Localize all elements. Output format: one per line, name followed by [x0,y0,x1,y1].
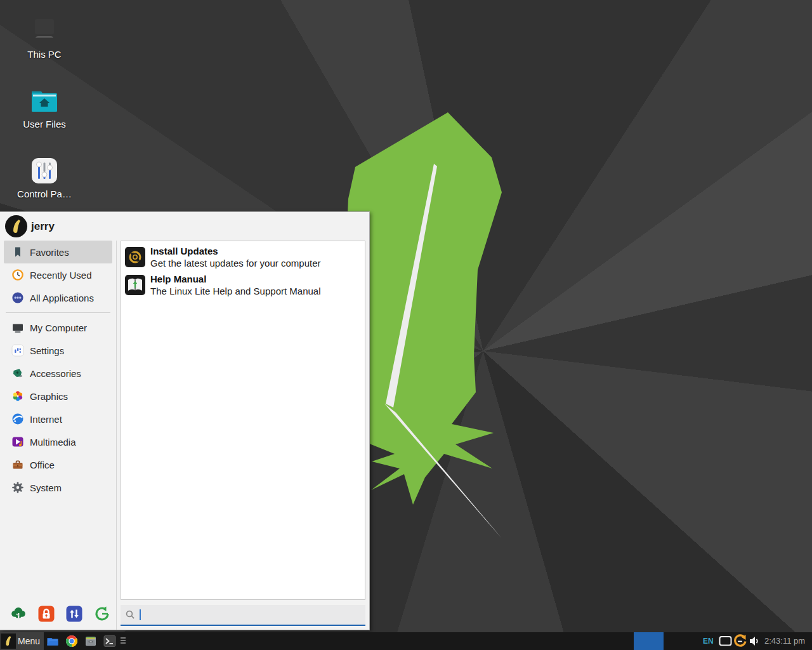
desktop-icon-label: Control Pa… [9,189,80,199]
control-panel-icon [9,155,80,184]
sidebar-item-label: Recently Used [30,270,92,281]
volume-icon[interactable] [749,636,761,649]
install-updates-icon [125,247,145,267]
sidebar-item-label: All Applications [30,293,94,303]
chrome-icon[interactable] [65,635,78,647]
workspace-switcher[interactable] [634,632,664,650]
sidebar-item-accessories[interactable]: Accessories [4,362,112,385]
lock-screen-icon[interactable] [38,606,55,622]
home-folder-icon [9,85,80,114]
keyboard-layout-indicator[interactable]: EN [703,632,714,650]
terminal-icon[interactable] [103,635,116,647]
search-input[interactable] [142,609,360,621]
sidebar-item-label: Multimedia [30,437,76,448]
menu-header: jerry [0,212,369,241]
sidebar-item-internet[interactable]: Internet [4,408,112,430]
text-caret [140,609,141,620]
display-icon[interactable] [719,635,732,649]
linux-lite-feather-icon [1,633,16,649]
taskbar-launchers [46,635,116,647]
user-avatar[interactable] [5,215,27,237]
settings-manager-icon[interactable] [10,606,27,622]
internet-icon [11,413,24,425]
graphics-icon [11,390,24,402]
sliders-icon [11,344,24,357]
sidebar-item-label: My Computer [30,322,87,333]
sidebar-item-office[interactable]: Office [4,453,112,476]
sidebar-separator [6,312,110,313]
taskbar: Menu [0,632,812,650]
updates-tray-icon[interactable] [733,634,747,650]
taskbar-clock[interactable]: 2:43:11 pm [764,632,805,650]
sidebar-item-label: Office [30,460,55,470]
archive-manager-icon[interactable] [84,635,97,647]
sidebar-item-label: Settings [30,345,64,356]
desktop-icon-control-panel[interactable]: Control Pa… [9,155,80,199]
sidebar-item-all-applications[interactable]: All Applications [4,286,112,309]
sidebar-item-label: System [30,482,62,493]
laptop-icon [9,15,80,44]
menu-app-list: Install Updates Get the latest updates f… [121,241,365,600]
menu-button-label: Menu [18,636,40,646]
switch-user-icon[interactable] [66,606,82,622]
sidebar-item-label: Favorites [30,247,69,258]
whisker-menu: jerry Favorites Recently Used [0,211,370,630]
help-manual-icon [125,275,145,295]
system-gear-icon [11,481,24,494]
sidebar-item-multimedia[interactable]: Multimedia [4,430,112,453]
app-item-title: Help Manual [150,273,321,285]
menu-actions [10,606,110,622]
app-item-help-manual[interactable]: Help Manual The Linux Lite Help and Supp… [125,271,361,299]
sidebar-item-system[interactable]: System [4,476,112,499]
clock-icon [11,269,24,281]
sidebar-item-my-computer[interactable]: My Computer [4,316,112,339]
sidebar-item-graphics[interactable]: Graphics [4,385,112,408]
desktop: This PC User Files [0,0,812,650]
sidebar-item-label: Accessories [30,368,81,379]
desktop-icon-label: User Files [9,119,80,129]
apps-grid-icon [11,291,24,304]
linux-lite-feather-icon [10,219,23,234]
menu-sidebar: Favorites Recently Used [0,241,117,630]
bookmark-icon [11,246,24,258]
sidebar-item-recently-used[interactable]: Recently Used [4,263,112,286]
logout-icon[interactable] [94,606,110,622]
sidebar-item-settings[interactable]: Settings [4,339,112,362]
menu-search-bar [121,605,365,626]
sidebar-item-favorites[interactable]: Favorites [4,241,112,263]
accessories-icon [11,367,24,380]
search-icon [126,610,135,620]
desktop-icon-user-files[interactable]: User Files [9,85,80,129]
computer-icon [11,321,24,334]
desktop-icon-this-pc[interactable]: This PC [9,15,80,60]
app-item-subtitle: Get the latest updates for your computer [150,257,320,269]
sidebar-item-label: Internet [30,414,62,425]
file-manager-icon[interactable] [46,635,59,647]
menu-button[interactable]: Menu [0,632,44,650]
panel-overflow-icon[interactable] [121,637,126,644]
app-item-title: Install Updates [150,245,320,257]
user-name: jerry [31,212,55,241]
app-item-subtitle: The Linux Lite Help and Support Manual [150,285,321,297]
sidebar-item-label: Graphics [30,391,68,402]
desktop-icon-label: This PC [9,49,80,60]
multimedia-icon [11,435,24,448]
office-icon [11,458,24,471]
app-item-install-updates[interactable]: Install Updates Get the latest updates f… [125,243,361,271]
